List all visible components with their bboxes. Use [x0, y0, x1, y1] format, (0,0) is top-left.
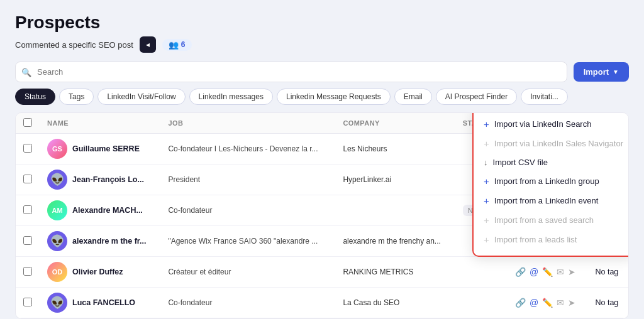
search-input[interactable]: [15, 62, 567, 82]
job-cell: Co-fondateur: [160, 288, 335, 318]
dropdown-item-label: Import from a LinkedIn event: [494, 196, 598, 205]
company-cell: RANKING METRICS: [335, 257, 455, 288]
no-tag-badge: No tag: [595, 268, 618, 276]
download-icon: ↓: [484, 158, 488, 167]
prospect-name: Guillaume SERRE: [72, 144, 140, 153]
plus-icon: +: [484, 215, 489, 225]
import-sales-navigator[interactable]: + Import via LinkedIn Sales Navigator: [474, 134, 629, 153]
job-cell: "Agence Wix France SAIO 360 "alexandre .…: [160, 226, 335, 257]
col-checkbox: [16, 113, 40, 134]
tab-linkedin-visit[interactable]: LinkedIn Visit/Follow: [97, 89, 185, 105]
avatar: OD: [47, 262, 67, 282]
import-button[interactable]: Import ▼: [574, 62, 629, 82]
import-csv[interactable]: ↓ Import CSV file: [474, 153, 629, 171]
prospect-name: Jean-François Lo...: [72, 175, 144, 184]
plus-icon: +: [484, 138, 489, 149]
people-icon: 👥: [169, 40, 179, 50]
email-icon[interactable]: @: [530, 267, 538, 277]
tab-status[interactable]: Status: [15, 89, 55, 105]
company-text: alexandre m the frenchy an...: [343, 237, 440, 246]
import-dropdown: + Import via LinkedIn Search + Import vi…: [472, 112, 629, 257]
dropdown-item-label: Import via LinkedIn Search: [494, 119, 592, 129]
company-text: Les Nicheurs: [343, 144, 387, 153]
name-cell: OD Olivier Duffez: [40, 257, 160, 288]
avatar: 👽: [47, 170, 67, 190]
tab-email[interactable]: Email: [394, 89, 432, 105]
job-cell: President: [160, 165, 335, 195]
company-cell: HyperLinker.ai: [335, 165, 455, 195]
row-checkbox[interactable]: [23, 144, 32, 153]
job-text: Créateur et éditeur: [168, 268, 231, 276]
dropdown-item-label: Import from a saved search: [494, 215, 594, 225]
job-text: President: [168, 175, 200, 184]
chevron-down-icon: ▼: [613, 68, 619, 75]
link-icon[interactable]: 🔗: [515, 267, 526, 277]
subtitle-row: Commented a specific SEO post ◂ 👥 6: [15, 36, 629, 53]
select-all-checkbox[interactable]: [23, 118, 32, 127]
actions-cell: 🔗 @ ✏️ ✉ ➤: [508, 257, 588, 288]
link-icon[interactable]: 🔗: [515, 298, 526, 308]
email-icon[interactable]: @: [530, 298, 538, 308]
company-cell: Les Nicheurs: [335, 134, 455, 165]
avatar: 👽: [47, 231, 67, 251]
tag-cell: No tag: [587, 288, 628, 318]
import-linkedin-search[interactable]: + Import via LinkedIn Search: [474, 114, 629, 134]
no-tag-badge: No tag: [595, 298, 618, 307]
import-linkedin-group[interactable]: + Import from a LinkedIn group: [474, 171, 629, 191]
avatar: GS: [47, 139, 67, 159]
row-checkbox-cell: [16, 165, 40, 195]
col-company: COMPANY: [335, 113, 455, 134]
tab-tags[interactable]: Tags: [59, 89, 94, 105]
job-cell: Co-fondateur: [160, 195, 335, 226]
col-name: NAME: [40, 113, 160, 134]
tag-cell: No tag: [587, 257, 628, 288]
company-cell: [335, 195, 455, 226]
import-label: Import: [584, 67, 609, 77]
job-text: Co-fondateur: [168, 206, 212, 215]
row-checkbox[interactable]: [23, 236, 32, 245]
import-leads-list[interactable]: + Import from a leads list: [474, 230, 629, 249]
name-cell: AM Alexandre MACH...: [40, 195, 160, 226]
row-checkbox[interactable]: [23, 298, 32, 306]
edit-icon[interactable]: ✏️: [542, 298, 553, 308]
name-cell: 👽 Luca FANCELLO: [40, 288, 160, 318]
count-badge: 👥 6: [162, 39, 192, 51]
back-button[interactable]: ◂: [140, 36, 156, 53]
edit-icon[interactable]: ✏️: [542, 267, 553, 277]
plus-icon: +: [484, 195, 489, 206]
row-checkbox-cell: [16, 134, 40, 165]
message-icon[interactable]: ✉: [557, 298, 564, 308]
message-icon[interactable]: ✉: [557, 267, 564, 277]
name-cell: 👽 Jean-François Lo...: [40, 165, 160, 195]
row-checkbox[interactable]: [23, 205, 32, 214]
table-row: 👽 Luca FANCELLO Co-fondateur La Casa du …: [16, 288, 628, 318]
plus-icon: +: [484, 234, 489, 245]
row-checkbox[interactable]: [23, 267, 32, 276]
tab-invitations[interactable]: Invitati...: [521, 89, 568, 105]
row-checkbox[interactable]: [23, 175, 32, 183]
import-linkedin-event[interactable]: + Import from a LinkedIn event: [474, 191, 629, 210]
send-icon[interactable]: ➤: [568, 267, 575, 277]
job-text: Co-fondateur: [168, 298, 212, 307]
name-cell: 👽 alexandre m the fr...: [40, 226, 160, 257]
status-cell: [455, 257, 508, 288]
dropdown-item-label: Import from a LinkedIn group: [494, 176, 599, 186]
tabs-row: Status Tags LinkedIn Visit/Follow Linked…: [15, 89, 629, 105]
dropdown-item-label: Import CSV file: [493, 158, 548, 167]
job-text: "Agence Wix France SAIO 360 "alexandre .…: [168, 237, 318, 246]
tab-linkedin-message-requests[interactable]: Linkedin Message Requests: [277, 89, 391, 105]
search-wrap: 🔍: [15, 62, 567, 82]
avatar: 👽: [47, 293, 67, 313]
plus-icon: +: [484, 119, 489, 129]
company-text: RANKING METRICS: [343, 268, 413, 276]
send-icon[interactable]: ➤: [568, 298, 575, 308]
job-text: Co-fondateur I Les-Nicheurs - Devenez la…: [168, 144, 318, 153]
tab-ai-prospect-finder[interactable]: AI Prospect Finder: [436, 89, 517, 105]
tab-linkedin-messages[interactable]: LinkedIn messages: [189, 89, 273, 105]
badge-count: 6: [181, 40, 186, 49]
dropdown-item-label: Import from a leads list: [494, 235, 577, 244]
import-saved-search[interactable]: + Import from a saved search: [474, 210, 629, 230]
page-title: Prospects: [15, 13, 629, 33]
row-checkbox-cell: [16, 288, 40, 318]
search-icon: 🔍: [21, 67, 31, 77]
